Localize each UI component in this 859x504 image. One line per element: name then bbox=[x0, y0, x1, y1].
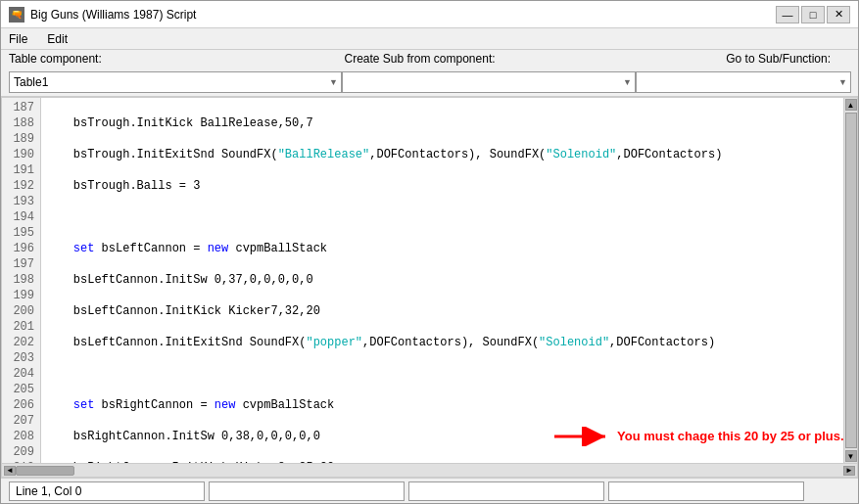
table-dropdown[interactable]: Table1 bbox=[9, 71, 342, 93]
code-editor: 187 188 189 190 191 192 193 194 195 196 … bbox=[1, 97, 858, 478]
code-scroll[interactable]: 187 188 189 190 191 192 193 194 195 196 … bbox=[2, 98, 857, 463]
maximize-button[interactable]: □ bbox=[801, 6, 825, 23]
table-dropdown-group: Table1 bbox=[9, 71, 342, 93]
table-component-label: Table component: bbox=[9, 52, 283, 66]
main-window: 🔫 Big Guns (Williams 1987) Script — □ ✕ … bbox=[0, 0, 859, 504]
status-section-4 bbox=[608, 481, 804, 501]
menu-edit[interactable]: Edit bbox=[43, 31, 72, 47]
menu-bar: File Edit bbox=[1, 28, 858, 50]
scroll-left-button[interactable]: ◄ bbox=[4, 466, 16, 476]
goto-sub-dropdown[interactable] bbox=[636, 71, 851, 93]
goto-sub-dropdown-wrapper bbox=[636, 71, 851, 93]
scroll-thumb[interactable] bbox=[845, 113, 857, 448]
create-sub-dropdown-wrapper bbox=[342, 71, 636, 93]
goto-sub-label: Go to Sub/Function: bbox=[556, 52, 850, 66]
goto-sub-dropdown-group bbox=[636, 71, 851, 93]
title-bar: 🔫 Big Guns (Williams 1987) Script — □ ✕ bbox=[1, 1, 858, 28]
code-text[interactable]: bsTrough.InitKick BallRelease,50,7 bsTro… bbox=[41, 98, 843, 463]
minimize-button[interactable]: — bbox=[776, 6, 799, 23]
close-button[interactable]: ✕ bbox=[827, 6, 850, 23]
scroll-up-button[interactable]: ▲ bbox=[845, 99, 857, 111]
toolbar-labels: Table component: Create Sub from compone… bbox=[1, 50, 858, 68]
vertical-scrollbar[interactable]: ▲ ▼ bbox=[843, 98, 857, 463]
table-dropdown-wrapper: Table1 bbox=[9, 71, 342, 93]
annotation-arrow bbox=[554, 427, 613, 446]
window-controls: — □ ✕ bbox=[776, 6, 850, 23]
status-position: Line 1, Col 0 bbox=[9, 481, 205, 501]
scroll-down-button[interactable]: ▼ bbox=[845, 450, 857, 462]
annotation-text: You must chage this 20 by 25 or plus. bbox=[617, 429, 844, 444]
status-bar: Line 1, Col 0 bbox=[1, 478, 858, 503]
create-sub-label: Create Sub from component: bbox=[283, 52, 557, 66]
horizontal-scrollbar[interactable]: ◄ ► bbox=[2, 463, 857, 477]
title-bar-left: 🔫 Big Guns (Williams 1987) Script bbox=[9, 7, 196, 23]
scroll-h-thumb[interactable] bbox=[16, 466, 74, 476]
line-numbers: 187 188 189 190 191 192 193 194 195 196 … bbox=[2, 98, 41, 463]
app-icon: 🔫 bbox=[9, 7, 24, 23]
window-title: Big Guns (Williams 1987) Script bbox=[30, 8, 196, 22]
create-sub-dropdown-group bbox=[342, 71, 636, 93]
scroll-right-button[interactable]: ► bbox=[843, 466, 855, 476]
menu-file[interactable]: File bbox=[5, 31, 31, 47]
dropdowns-row: Table1 bbox=[1, 68, 858, 97]
status-section-3 bbox=[408, 481, 604, 501]
status-section-2 bbox=[209, 481, 405, 501]
create-sub-dropdown[interactable] bbox=[342, 71, 636, 93]
